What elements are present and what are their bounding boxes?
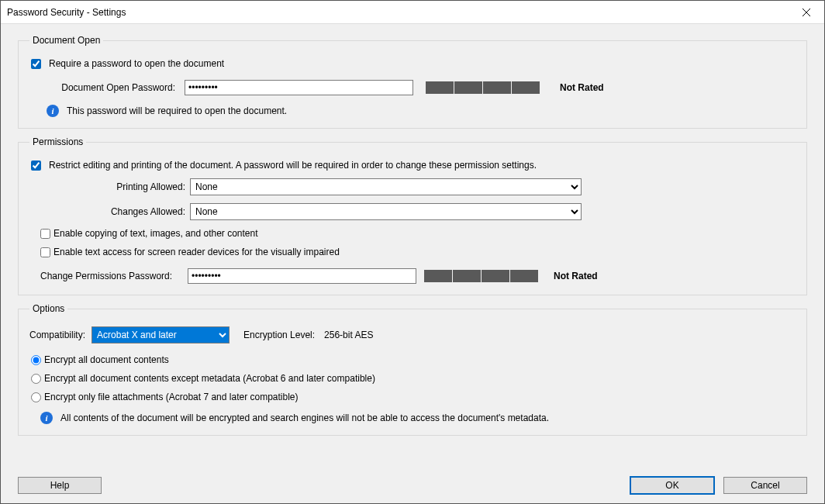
strength-box <box>453 270 481 282</box>
encrypt-attachments-radio[interactable] <box>31 392 41 402</box>
titlebar: Password Security - Settings <box>1 1 824 24</box>
encrypt-all-radio[interactable] <box>31 355 41 365</box>
strength-box <box>454 81 482 94</box>
close-icon <box>803 9 810 16</box>
strength-box <box>424 270 452 282</box>
printing-allowed-select[interactable]: None <box>190 178 582 195</box>
ok-button[interactable]: OK <box>630 477 714 494</box>
change-permissions-password-label: Change Permissions Password: <box>40 271 188 281</box>
options-group: Options Compatibility: Acrobat X and lat… <box>18 303 807 436</box>
change-permissions-password-input[interactable] <box>188 268 416 284</box>
permissions-group: Permissions Restrict editing and printin… <box>18 136 807 295</box>
enable-copying-checkbox[interactable] <box>40 229 50 239</box>
dialog-title: Password Security - Settings <box>7 7 789 18</box>
cancel-button[interactable]: Cancel <box>723 477 807 494</box>
info-icon: i <box>47 105 59 117</box>
permissions-password-strength-label: Not Rated <box>554 271 598 281</box>
strength-box <box>510 270 538 282</box>
enable-screen-reader-label: Enable text access for screen reader dev… <box>54 247 340 257</box>
restrict-editing-label: Restrict editing and printing of the doc… <box>49 160 537 171</box>
document-open-legend: Document Open <box>29 35 103 46</box>
changes-allowed-label: Changes Allowed: <box>29 206 190 217</box>
enable-screen-reader-checkbox[interactable] <box>40 247 50 257</box>
document-open-password-input[interactable] <box>185 80 413 95</box>
permissions-legend: Permissions <box>29 136 86 147</box>
permissions-password-strength-meter <box>424 270 538 282</box>
help-button[interactable]: Help <box>18 477 102 494</box>
restrict-editing-checkbox[interactable] <box>31 161 41 171</box>
printing-allowed-label: Printing Allowed: <box>29 181 190 192</box>
strength-box <box>483 81 511 94</box>
enable-copying-label: Enable copying of text, images, and othe… <box>54 228 258 239</box>
window-close-button[interactable] <box>789 1 824 24</box>
options-legend: Options <box>29 303 67 314</box>
password-strength-meter <box>426 81 540 94</box>
require-password-label: Require a password to open the document <box>49 58 224 69</box>
strength-box <box>512 81 540 94</box>
encrypt-attachments-label: Encrypt only file attachments (Acrobat 7… <box>44 392 299 402</box>
document-open-group: Document Open Require a password to open… <box>18 35 807 129</box>
encrypt-all-label: Encrypt all document contents <box>44 354 169 365</box>
password-strength-label: Not Rated <box>560 82 604 93</box>
strength-box <box>482 270 509 282</box>
encrypt-except-metadata-label: Encrypt all document contents except met… <box>44 373 375 384</box>
encrypt-except-metadata-radio[interactable] <box>31 374 41 384</box>
changes-allowed-select[interactable]: None <box>190 203 582 220</box>
compatibility-label: Compatibility: <box>29 330 85 340</box>
password-security-dialog: Password Security - Settings Document Op… <box>0 0 825 504</box>
require-password-checkbox[interactable] <box>31 59 41 69</box>
encryption-level-label: Encryption Level: <box>243 330 315 340</box>
compatibility-select[interactable]: Acrobat X and later <box>91 326 230 343</box>
options-info-text: All contents of the document will be enc… <box>60 413 549 423</box>
document-open-info-text: This password will be required to open t… <box>67 105 287 116</box>
dialog-content: Document Open Require a password to open… <box>1 24 824 472</box>
document-open-password-label: Document Open Password: <box>40 82 180 93</box>
info-icon: i <box>40 412 53 424</box>
button-bar: Help OK Cancel <box>1 472 824 503</box>
strength-box <box>426 81 454 94</box>
encryption-level-value: 256-bit AES <box>324 330 373 340</box>
